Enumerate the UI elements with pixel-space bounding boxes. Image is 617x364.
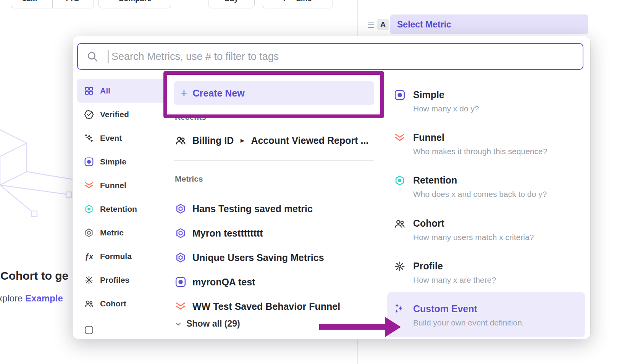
compare-label: Compare	[118, 0, 152, 3]
breadcrumb-arrow-icon: ▸	[241, 136, 244, 145]
metric-hexagon-icon	[84, 228, 94, 238]
sidebar-item-label: Metric	[100, 228, 124, 237]
query-row-letter-badge: A	[377, 19, 389, 30]
profiles-flower-icon	[394, 261, 405, 272]
metric-type-title: Funnel	[413, 131, 547, 144]
sidebar-item-label: Profiles	[100, 275, 129, 285]
list-item-saved-metric[interactable]: Hans Testing saved metric	[175, 196, 373, 221]
select-metric-pill[interactable]: Select Metric	[390, 14, 588, 34]
metric-hexagon-icon	[175, 203, 186, 214]
metric-hexagon-icon	[175, 227, 186, 239]
show-all-label: Show all (29)	[186, 319, 240, 329]
search-input[interactable]	[111, 50, 574, 63]
sidebar-item-label: Formula	[100, 252, 132, 261]
retention-icon	[84, 204, 94, 214]
metric-type-retention[interactable]: Retention Who does x and comes back to d…	[387, 174, 585, 202]
metric-type-desc: Who does x and comes back to do y?	[413, 187, 547, 202]
day-granularity-button[interactable]: Day	[208, 0, 255, 8]
metric-type-desc: Build your own event definition.	[413, 315, 524, 330]
sidebar-item-label: All	[100, 86, 110, 95]
example-reports-link[interactable]: Example	[25, 293, 63, 303]
chevron-down-icon: ▾	[82, 0, 86, 2]
metric-type-title: Custom Event	[413, 302, 524, 315]
sidebar-item-profiles[interactable]: Profiles	[77, 268, 166, 292]
metric-type-funnel[interactable]: Funnel Who makes it through this sequenc…	[387, 131, 585, 159]
metric-search-box[interactable]	[77, 43, 583, 70]
app-canvas: 12M YTD ▾ Compare Day Line Cohort to ge …	[0, 0, 617, 364]
range-ytd-label: YTD	[64, 0, 79, 3]
simple-metric-icon	[175, 276, 186, 288]
saved-metric-label: Unique Users Saving Metrics	[192, 252, 324, 263]
saved-metric-label: Myron testttttttt	[192, 228, 263, 239]
retention-icon	[394, 175, 405, 186]
metric-type-profile[interactable]: Profile How many x are there?	[387, 259, 585, 288]
text-cursor	[108, 50, 108, 63]
metric-type-custom-event[interactable]: Custom Event Build your own event defini…	[387, 302, 585, 330]
verified-badge-icon	[84, 110, 94, 119]
section-divider	[174, 160, 374, 161]
metric-type-title: Cohort	[413, 217, 534, 230]
cohort-people-icon	[394, 218, 405, 229]
recent-item-property: Account Viewed Report ...	[251, 135, 368, 146]
drag-handle-icon[interactable]	[368, 22, 374, 28]
sidebar-item-label: Event	[100, 134, 122, 143]
metric-type-desc: How many users match x criteria?	[413, 230, 534, 245]
line-label: Line	[296, 0, 312, 3]
show-all-toggle[interactable]: Show all (29)	[175, 319, 240, 329]
sidebar-item-formula[interactable]: ƒx Formula	[77, 245, 166, 268]
filter-sidebar: All Verified Event Simple	[77, 79, 166, 335]
sidebar-item-verified[interactable]: Verified	[77, 103, 166, 126]
funnel-icon	[84, 180, 94, 190]
range-12m-button[interactable]: 12M	[11, 0, 48, 8]
range-12m-label: 12M	[22, 0, 37, 3]
search-icon	[86, 50, 99, 63]
select-metric-label: Select Metric	[397, 19, 451, 30]
list-item-saved-metric[interactable]: Unique Users Saving Metrics	[175, 245, 373, 270]
sidebar-item-cohort[interactable]: Cohort	[77, 292, 166, 316]
list-item-saved-metric[interactable]: Myron testttttttt	[175, 221, 373, 245]
funnel-icon	[175, 301, 186, 312]
date-range-control: 12M YTD ▾	[11, 0, 94, 8]
metric-type-title: Profile	[413, 259, 496, 272]
grid-icon	[84, 86, 94, 96]
sidebar-item-label: Funnel	[100, 181, 126, 190]
profiles-flower-icon	[84, 275, 94, 285]
metric-type-simple[interactable]: Simple How many x do y?	[387, 88, 585, 116]
cohort-people-icon	[84, 299, 94, 309]
sidebar-item-metric[interactable]: Metric	[77, 221, 166, 245]
sidebar-item-retention[interactable]: Retention	[77, 197, 166, 221]
explore-line: Explore Example	[0, 293, 63, 304]
sidebar-item-funnel[interactable]: Funnel	[77, 174, 166, 197]
sidebar-item-all[interactable]: All	[77, 79, 166, 103]
metrics-heading: Metrics	[175, 174, 203, 184]
explore-prefix: Explore	[0, 293, 23, 303]
range-ytd-button[interactable]: YTD ▾	[57, 0, 94, 8]
sidebar-item-simple[interactable]: Simple	[77, 150, 166, 174]
metric-type-desc: Who makes it through this sequence?	[413, 144, 547, 159]
metric-type-cohort[interactable]: Cohort How many users match x criteria?	[387, 217, 585, 245]
cohort-people-icon	[175, 135, 186, 146]
custom-event-sparkle-icon	[394, 303, 405, 315]
saved-metric-label: myronQA test	[192, 277, 255, 288]
metric-hexagon-icon	[175, 252, 186, 263]
saved-metric-label: WW Test Saved Behavior Funnel	[192, 301, 340, 312]
sidebar-partial-item[interactable]	[77, 325, 166, 335]
partial-item-icon	[84, 325, 166, 335]
saved-metrics-list: Hans Testing saved metric Myron testtttt…	[175, 196, 373, 319]
sidebar-item-label: Cohort	[100, 299, 126, 308]
line-chart-type-button[interactable]: Line	[262, 0, 333, 8]
recent-item-billing-id[interactable]: Billing ID ▸ Account Viewed Report ...	[175, 135, 368, 146]
compare-button[interactable]: Compare	[99, 0, 171, 8]
list-item-saved-metric[interactable]: myronQA test	[175, 270, 373, 294]
saved-metric-label: Hans Testing saved metric	[192, 203, 313, 214]
metric-type-title: Retention	[413, 174, 547, 187]
event-sparkle-icon	[84, 133, 94, 143]
simple-metric-icon	[84, 157, 94, 167]
empty-state-headline: Cohort to ge	[0, 269, 68, 282]
chevron-down-icon	[175, 321, 182, 327]
sidebar-divider	[80, 321, 163, 321]
annotation-arrow	[319, 314, 401, 340]
sidebar-item-event[interactable]: Event	[77, 126, 166, 150]
simple-metric-icon	[394, 89, 405, 101]
line-chart-icon	[283, 0, 292, 3]
